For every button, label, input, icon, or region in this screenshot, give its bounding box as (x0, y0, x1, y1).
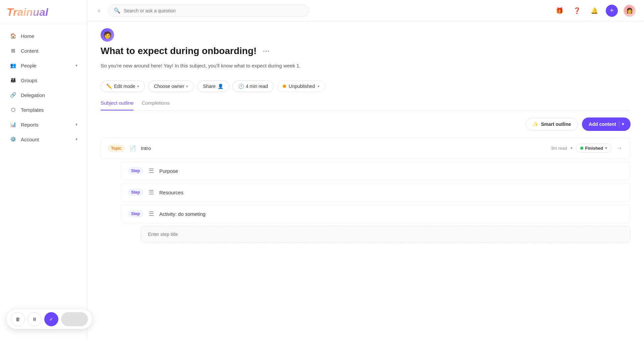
finished-dot-icon (580, 147, 583, 150)
finished-status-button[interactable]: Finished ▾ (576, 144, 611, 153)
gift-icon-button[interactable]: 🎁 (553, 5, 566, 17)
outline-item-resources[interactable]: Step ☰ Resources (121, 183, 631, 202)
tab-subject-outline[interactable]: Subject outline (101, 96, 133, 110)
reports-chevron-icon: ▾ (75, 122, 77, 127)
edit-mode-label: Edit mode (114, 84, 135, 89)
plus-icon: + (610, 7, 614, 14)
finished-chevron-icon: ▾ (605, 146, 607, 150)
resources-list-icon: ☰ (147, 189, 155, 196)
outline-area: ✨ Smart outline Add content ▾ Topic 📄 In… (87, 111, 644, 252)
trash-icon: 🗑 (15, 317, 20, 322)
search-bar: 🔍 (108, 4, 309, 17)
sidebar-item-groups[interactable]: 👨‍👩‍👧 Groups (3, 73, 84, 87)
intro-read-time: 3m read (551, 146, 567, 151)
check-button[interactable]: ✓ (44, 312, 58, 326)
tab-completions-label: Completions (142, 100, 169, 106)
pencil-icon: ✏️ (106, 84, 112, 89)
intro-meta: 3m read ▾ Finished ▾ → (551, 143, 624, 153)
read-time-text: 4 min read (246, 84, 268, 89)
topic-badge-intro: Topic (108, 145, 125, 152)
add-content-button[interactable]: Add content ▾ (582, 117, 631, 131)
author-avatar-emoji: 🧑 (103, 31, 112, 39)
step-title-input[interactable] (148, 232, 624, 237)
content-nav-icon: ⊞ (9, 47, 17, 54)
add-content-chevron-icon[interactable]: ▾ (622, 122, 624, 127)
clock-icon: 🕐 (238, 84, 244, 89)
account-chevron-icon: ▾ (75, 137, 77, 142)
main-content: ‹ 🔍 🎁 ❓ 🔔 + 👩 🧑 (87, 0, 644, 339)
sidebar: Trainual 🏠 Home ⊞ Content 👥 People ▾ 👨‍👩… (0, 0, 87, 339)
outline-item-activity[interactable]: Step ☰ Activity: do someting (121, 204, 631, 223)
sidebar-item-people[interactable]: 👥 People ▾ (3, 58, 84, 72)
choose-owner-button[interactable]: Choose owner ▾ (148, 81, 194, 92)
people-nav-icon: 👥 (9, 62, 17, 69)
sidebar-item-templates[interactable]: ⬡ Templates (3, 103, 84, 117)
activity-list-icon: ☰ (147, 210, 155, 217)
sidebar-item-label-home: Home (21, 33, 34, 39)
intro-read-time-chevron: ▾ (571, 146, 573, 150)
resources-title: Resources (159, 190, 624, 195)
collapse-sidebar-button[interactable]: ‹ (95, 6, 103, 15)
share-person-icon: 👤 (218, 84, 223, 89)
sidebar-item-label-content: Content (21, 48, 39, 54)
outline-item-intro[interactable]: Topic 📄 Intro 3m read ▾ Finished ▾ → (101, 138, 631, 159)
pause-icon: ⏸ (32, 317, 37, 322)
new-step-input-row (141, 226, 631, 243)
outline-actions: ✨ Smart outline Add content ▾ (101, 117, 631, 131)
account-nav-icon: ⚙️ (9, 136, 17, 143)
finished-label: Finished (585, 146, 603, 151)
groups-nav-icon: 👨‍👩‍👧 (9, 77, 17, 84)
intro-navigate-button[interactable]: → (615, 143, 624, 153)
content-header: 🧑 What to expect during onboarding! ⋯ So… (87, 21, 644, 96)
intro-doc-icon: 📄 (129, 145, 137, 151)
sidebar-item-home[interactable]: 🏠 Home (3, 29, 84, 43)
share-button[interactable]: Share 👤 (197, 81, 229, 92)
playback-progress-pill[interactable] (61, 312, 88, 326)
page-title-text: What to expect during onboarding! (101, 46, 257, 56)
sidebar-item-label-reports: Reports (21, 122, 39, 128)
status-dot-orange (283, 85, 286, 88)
share-label: Share (203, 84, 215, 89)
toolbar-row: ✏️ Edit mode ▾ Choose owner ▾ Share 👤 🕐 … (101, 77, 631, 96)
add-button[interactable]: + (606, 5, 618, 17)
edit-mode-button[interactable]: ✏️ Edit mode ▾ (101, 81, 145, 92)
logo-text: Trainual (7, 6, 48, 18)
delete-button[interactable]: 🗑 (11, 312, 25, 326)
topbar: ‹ 🔍 🎁 ❓ 🔔 + 👩 (87, 0, 644, 21)
reports-nav-icon: 📊 (9, 121, 17, 128)
sidebar-item-label-templates: Templates (21, 107, 44, 113)
edit-mode-chevron-icon: ▾ (137, 84, 139, 89)
notifications-button[interactable]: 🔔 (588, 5, 600, 17)
content-area: 🧑 What to expect during onboarding! ⋯ So… (87, 21, 644, 339)
more-options-button[interactable]: ⋯ (261, 46, 271, 56)
sidebar-item-delegation[interactable]: 🔗 Delegation (3, 88, 84, 102)
sidebar-item-label-delegation: Delegation (21, 92, 45, 98)
pause-button[interactable]: ⏸ (28, 312, 42, 326)
sidebar-nav: 🏠 Home ⊞ Content 👥 People ▾ 👨‍👩‍👧 Groups… (0, 24, 87, 339)
sidebar-item-reports[interactable]: 📊 Reports ▾ (3, 117, 84, 132)
check-icon: ✓ (49, 317, 53, 322)
page-title-row: What to expect during onboarding! ⋯ (101, 46, 631, 56)
user-avatar[interactable]: 👩 (623, 4, 636, 17)
help-icon-button[interactable]: ❓ (571, 5, 583, 17)
templates-nav-icon: ⬡ (9, 106, 17, 113)
smart-outline-label: Smart outline (541, 122, 571, 127)
question-icon: ❓ (573, 7, 581, 14)
tab-subject-outline-label: Subject outline (101, 100, 133, 106)
avatar-image: 👩 (626, 7, 633, 14)
smart-outline-button[interactable]: ✨ Smart outline (526, 118, 578, 131)
search-input[interactable] (124, 8, 304, 13)
sidebar-item-label-groups: Groups (21, 78, 37, 83)
step-badge-purpose: Step (128, 167, 143, 175)
sidebar-item-content[interactable]: ⊞ Content (3, 44, 84, 58)
author-avatar: 🧑 (101, 28, 114, 42)
tab-completions[interactable]: Completions (142, 96, 169, 110)
step-badge-activity: Step (128, 210, 143, 217)
sidebar-item-account[interactable]: ⚙️ Account ▾ (3, 132, 84, 146)
tabs-row: Subject outline Completions (101, 96, 631, 111)
page-description: So you're new around here! Yay! In this … (101, 62, 631, 70)
owner-chevron-icon: ▾ (186, 84, 188, 89)
status-button[interactable]: Unpublished ▾ (277, 81, 325, 92)
outline-item-purpose[interactable]: Step ☰ Purpose (121, 161, 631, 180)
people-chevron-icon: ▾ (75, 63, 77, 68)
